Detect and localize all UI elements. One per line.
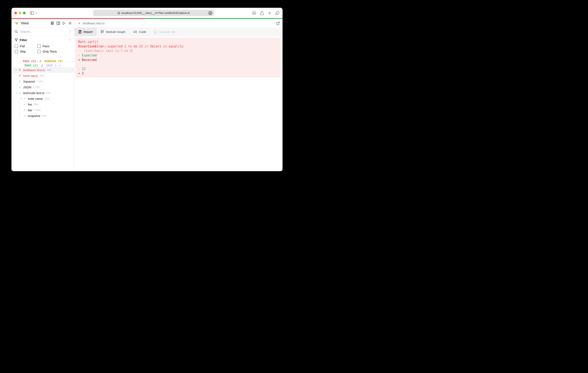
chevron-down-icon[interactable] <box>19 97 23 100</box>
summary-pass: PASS (1) <box>25 64 38 67</box>
fail-status-icon: ✕ <box>78 22 81 25</box>
test-name: snapshot <box>28 114 40 118</box>
test-duration: 3ms <box>47 69 52 71</box>
test-summary: FAIL (1) / RUNNING (0) PASS (1) / SKIP (… <box>11 59 74 67</box>
filter-title: Filter <box>20 38 66 42</box>
tree-row[interactable]: ✓bar< 1ms <box>11 107 74 113</box>
close-window-button[interactable] <box>14 12 17 14</box>
filter-checkbox-pass[interactable]: Pass <box>37 44 71 48</box>
checkbox-icon[interactable] <box>37 50 41 53</box>
checkbox-icon[interactable] <box>15 45 18 48</box>
test-name: bar <box>28 108 32 112</box>
zoom-window-button[interactable] <box>23 12 26 14</box>
browser-toolbar: localhost:51204/__vitest__/#/?file=16484… <box>11 8 283 18</box>
test-name: suite name <box>28 97 43 100</box>
tab-label: Console (0) <box>159 30 175 33</box>
traffic-lights <box>14 12 26 14</box>
globe-icon <box>117 12 120 14</box>
filter-checkbox-only-tests[interactable]: Only Tests <box>37 50 71 53</box>
run-all-icon[interactable] <box>63 22 66 25</box>
error-text: Math.sqrt() <box>78 40 98 44</box>
open-in-new-window-icon[interactable] <box>276 22 280 25</box>
pass-status-icon: ✓ <box>19 80 23 83</box>
error-text: AssertionError: <box>78 45 108 48</box>
error-report-line: - 22 <box>78 67 278 71</box>
download-icon[interactable] <box>252 11 256 15</box>
test-name: test/basic.test.ts <box>23 68 45 72</box>
indent-guide <box>20 102 20 118</box>
tree-row[interactable]: ✓suite name2ms <box>11 96 74 102</box>
chevron-down-icon[interactable] <box>35 12 37 14</box>
test-duration: < 1ms <box>34 109 41 112</box>
console-icon <box>154 30 157 33</box>
test-duration: 1ms <box>42 114 47 117</box>
pass-status-icon: ✓ <box>19 91 23 94</box>
search-input[interactable] <box>20 30 66 33</box>
tree-row[interactable]: ✓snapshot1ms <box>11 113 74 119</box>
sidebar-toggle-icon[interactable] <box>30 11 34 15</box>
sidebar: Vitest <box>11 19 74 171</box>
stack-frame-link[interactable]: - /test/basic.test.ts:7:24 <box>78 49 130 53</box>
pass-status-icon: ✓ <box>23 114 28 117</box>
tree-view-icon[interactable] <box>50 21 54 25</box>
sidebar-header: Vitest <box>11 19 74 28</box>
test-duration: < 1ms <box>36 80 43 83</box>
filter-checkbox-fail[interactable]: Fail <box>15 44 37 48</box>
tree-row[interactable]: ✓Squared< 1ms <box>11 79 74 84</box>
summary-fail: FAIL (1) <box>23 60 36 63</box>
tab-label: Report <box>84 30 93 33</box>
minimize-window-button[interactable] <box>19 12 21 14</box>
chevron-down-icon[interactable] <box>14 92 19 94</box>
filter-options: FailPassSkipOnly Tests <box>15 44 71 53</box>
chevron-down-icon[interactable] <box>14 69 19 71</box>
error-text: - 22 <box>78 67 85 71</box>
indent-guide <box>15 96 15 118</box>
pass-status-icon: ✓ <box>19 85 23 89</box>
test-duration: 2ms <box>44 97 49 100</box>
address-bar[interactable]: localhost:51204/__vitest__/#/?file=16484… <box>93 10 214 16</box>
tab-console-0: Console (0) <box>150 28 179 36</box>
checkbox-icon[interactable] <box>37 45 41 48</box>
report-icon <box>78 30 82 33</box>
error-report-line: Math.sqrt() <box>78 40 278 44</box>
dashboard-icon[interactable] <box>56 21 60 25</box>
report-view: Math.sqrt()AssertionError: expected 2 to… <box>74 36 283 171</box>
toolbar-right-icons <box>252 8 279 18</box>
checkbox-label: Only Tests <box>42 50 57 53</box>
error-report-line: + 2 <box>78 71 278 76</box>
share-icon[interactable] <box>260 11 264 15</box>
tree-row[interactable]: ✓JSON< 1ms <box>11 84 74 90</box>
error-report-line <box>78 62 278 67</box>
error-text: - Expected <box>78 53 96 57</box>
tab-overview-icon[interactable] <box>276 11 279 15</box>
test-duration: < 1ms <box>33 86 40 89</box>
new-tab-icon[interactable] <box>268 11 271 15</box>
tree-row[interactable]: ✓foo1ms <box>11 102 74 107</box>
checkbox-icon[interactable] <box>15 50 18 53</box>
tree-row[interactable]: ✕test/basic.test.ts3ms <box>11 67 74 73</box>
test-duration: 3ms <box>40 74 44 77</box>
search-bar <box>11 28 74 36</box>
summary-skip: SKIP (--) <box>46 64 61 67</box>
theme-toggle-icon[interactable] <box>68 21 72 25</box>
tab-report[interactable]: Report <box>74 28 96 36</box>
search-icon <box>15 30 18 33</box>
error-report: Math.sqrt()AssertionError: expected 2 to… <box>75 38 281 78</box>
filter-panel: Filter FailPassSkipOnly Tests <box>11 36 74 59</box>
checkbox-label: Fail <box>20 44 25 48</box>
filter-checkbox-skip[interactable]: Skip <box>15 50 37 53</box>
code-icon <box>133 31 137 33</box>
tab-code[interactable]: Code <box>129 28 150 36</box>
test-name: test/suite.test.ts <box>23 91 44 95</box>
tree-row[interactable]: ✕Math.sqrt()3ms <box>11 73 74 79</box>
external-link-icon[interactable] <box>130 49 133 53</box>
error-report-line: AssertionError: expected 2 to be 22 // O… <box>78 44 278 49</box>
open-file-name: test/basic.test.ts <box>83 21 276 25</box>
ellipsis-icon[interactable] <box>208 11 212 15</box>
tab-module-graph[interactable]: Module Graph <box>96 28 129 36</box>
clear-filter-icon[interactable] <box>68 39 71 41</box>
clear-search-filter-icon[interactable] <box>68 30 71 33</box>
tree-row[interactable]: ✓test/suite.test.ts2ms <box>11 90 74 96</box>
funnel-icon <box>15 38 18 41</box>
file-header: ✕ test/basic.test.ts <box>74 19 283 28</box>
